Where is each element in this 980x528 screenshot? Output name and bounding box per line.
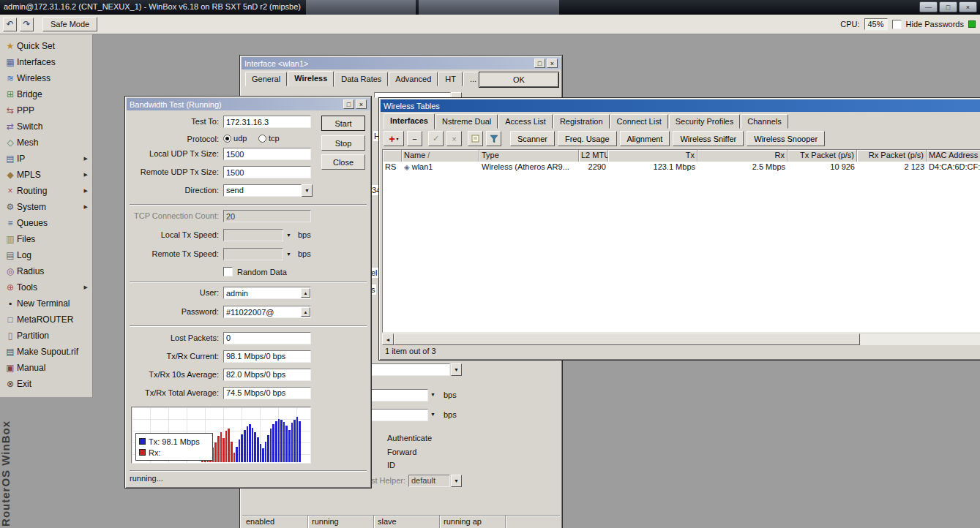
wt-action-freq-usage[interactable]: Freq. Usage <box>558 131 617 146</box>
close-button[interactable]: Close <box>321 154 365 170</box>
iface-tab-ht[interactable]: HT <box>438 72 463 86</box>
sidebar-item-wireless[interactable]: ≋Wireless <box>0 70 92 86</box>
user-input[interactable] <box>223 287 311 299</box>
protocol-tcp-radio[interactable] <box>258 135 266 143</box>
redo-button[interactable]: ↷ <box>20 18 34 31</box>
stop-button[interactable]: Stop <box>321 135 365 151</box>
os-titlebar[interactable]: admin@172.31.16.2 (CNT_NEXUX_1) - WinBox… <box>0 0 980 15</box>
sidebar-item-interfaces[interactable]: ▦Interfaces <box>0 54 92 70</box>
user-spinner-button[interactable]: ▲ <box>301 288 310 298</box>
wt-tab-access-list[interactable]: Access List <box>498 114 553 129</box>
wt-horizontal-scrollbar[interactable]: ◄ <box>382 333 980 345</box>
hide-passwords-checkbox[interactable] <box>892 20 902 29</box>
undo-button[interactable]: ↶ <box>3 18 17 31</box>
enable-button[interactable]: ✓ <box>428 131 444 146</box>
comment-button[interactable] <box>468 131 483 146</box>
iface-close-button[interactable]: × <box>547 59 558 68</box>
direction-dropdown-button[interactable]: ▼ <box>302 184 313 197</box>
scroll-left-button[interactable]: ◄ <box>382 333 394 345</box>
sidebar-item-radius[interactable]: ◎Radius <box>0 263 92 279</box>
sidebar-item-routing[interactable]: ×Routing▶ <box>0 183 92 199</box>
random-data-checkbox[interactable] <box>223 267 233 276</box>
iface-tab-data-rates[interactable]: Data Rates <box>334 72 388 86</box>
filter-button[interactable] <box>486 131 501 146</box>
multicast-helper-select[interactable]: default <box>408 475 450 487</box>
direction-select[interactable]: send <box>223 184 302 197</box>
local-udp-tx-size-input[interactable] <box>223 148 311 160</box>
sidebar-item-new-terminal[interactable]: ▪New Terminal <box>0 295 92 312</box>
wt-action-wireless-snooper[interactable]: Wireless Snooper <box>747 131 825 146</box>
unit-dropdown-icon[interactable]: ▼ <box>430 392 435 397</box>
sidebar-item-manual[interactable]: ▣Manual <box>0 360 92 376</box>
iface-titlebar[interactable]: Interface <wlan1> □ × <box>242 57 561 69</box>
remove-button[interactable]: − <box>407 131 422 146</box>
wt-row[interactable]: RS◈wlan1Wireless (Atheros AR9...2290123.… <box>383 162 980 173</box>
column-header-type[interactable]: Type <box>479 150 579 162</box>
sidebar-item-ip[interactable]: ▤IP▶ <box>0 151 92 167</box>
column-header-name[interactable]: Name/ <box>402 150 479 162</box>
column-header-tx[interactable]: Tx <box>608 150 697 162</box>
sidebar-item-switch[interactable]: ⇄Switch <box>0 118 92 135</box>
unit-dropdown-icon[interactable]: ▼ <box>430 412 435 417</box>
sidebar-item-system[interactable]: ⚙System▶ <box>0 199 92 215</box>
sidebar-item-bridge[interactable]: ⊞Bridge <box>0 86 92 102</box>
sidebar-item-files[interactable]: ▥Files <box>0 231 92 247</box>
iface-restore-button[interactable]: □ <box>534 59 545 68</box>
unit-dropdown-icon[interactable]: ▼ <box>286 252 291 257</box>
multicast-helper-dropdown-button[interactable]: ▼ <box>451 475 462 487</box>
plus-icon: + <box>389 135 394 143</box>
wt-titlebar[interactable]: Wireless Tables <box>381 99 980 112</box>
unit-dropdown-icon[interactable]: ▼ <box>286 233 291 238</box>
disable-button[interactable]: × <box>446 131 462 146</box>
password-input[interactable] <box>223 306 311 318</box>
remote-tx-speed-input[interactable] <box>223 248 283 260</box>
wt-tab-interfaces[interactable]: Interfaces <box>384 113 435 129</box>
sidebar-item-quick-set[interactable]: ★Quick Set <box>0 38 92 54</box>
test-to-input[interactable] <box>223 116 311 128</box>
wt-tab-security-profiles[interactable]: Security Profiles <box>669 114 740 129</box>
bt-titlebar[interactable]: Bandwidth Test (Running) □ × <box>127 98 370 110</box>
password-spinner-button[interactable]: ▲ <box>301 307 310 317</box>
sidebar-item-mpls[interactable]: ◆MPLS▶ <box>0 167 92 183</box>
sidebar-item-queues[interactable]: ≡Queues <box>0 215 92 231</box>
close-button[interactable]: × <box>959 1 977 12</box>
scrollbar-track[interactable] <box>860 333 980 345</box>
ok-button[interactable]: OK <box>479 72 559 88</box>
bt-close-button[interactable]: × <box>356 99 367 109</box>
minimize-button[interactable]: — <box>919 1 938 12</box>
sidebar-item-log[interactable]: ▤Log <box>0 247 92 263</box>
column-header-flags[interactable] <box>383 150 402 162</box>
sidebar-item-partition[interactable]: ▯Partition <box>0 328 92 344</box>
wt-action-scanner[interactable]: Scanner <box>510 131 555 146</box>
scrollbar-thumb[interactable] <box>394 333 860 345</box>
sidebar-item-ppp[interactable]: ⇆PPP <box>0 102 92 118</box>
wt-action-alignment[interactable]: Alignment <box>620 131 670 146</box>
protocol-udp-radio[interactable] <box>223 135 231 143</box>
column-header-l2-mtu[interactable]: L2 MTU <box>579 150 608 162</box>
remote-udp-tx-size-input[interactable] <box>223 166 311 178</box>
local-tx-speed-input[interactable] <box>223 229 283 241</box>
sidebar-item-make-supout-rif[interactable]: ▤Make Supout.rif <box>0 344 92 360</box>
safe-mode-button[interactable]: Safe Mode <box>42 17 97 31</box>
iface-tab-advanced[interactable]: Advanced <box>389 72 438 86</box>
column-header-rx[interactable]: Rx <box>697 150 788 162</box>
sidebar-item-mesh[interactable]: ◇Mesh <box>0 135 92 151</box>
column-header-tx-packet-p-s[interactable]: Tx Packet (p/s) <box>788 150 857 162</box>
iface-combo-dropdown-button[interactable]: ▼ <box>451 363 462 376</box>
iface-tab-general[interactable]: General <box>245 72 287 86</box>
start-button[interactable]: Start <box>321 116 365 131</box>
wt-action-wireless-sniffer[interactable]: Wireless Sniffer <box>673 131 744 146</box>
wt-tab-registration[interactable]: Registration <box>553 114 610 129</box>
column-header-rx-packet-p-s[interactable]: Rx Packet (p/s) <box>857 150 927 162</box>
wt-tab-connect-list[interactable]: Connect List <box>610 114 668 129</box>
sidebar-item-tools[interactable]: ⊕Tools▶ <box>0 279 92 295</box>
column-header-mac-address[interactable]: MAC Address <box>927 150 980 162</box>
maximize-button[interactable]: □ <box>939 1 957 12</box>
bt-restore-button[interactable]: □ <box>343 99 354 109</box>
wt-tab-nstreme-dual[interactable]: Nstreme Dual <box>435 114 498 129</box>
iface-tab-wireless[interactable]: Wireless <box>288 71 334 87</box>
add-button[interactable]: +▾ <box>384 131 404 146</box>
sidebar-item-exit[interactable]: ⊗Exit <box>0 376 92 392</box>
wt-tab-channels[interactable]: Channels <box>741 114 788 129</box>
sidebar-item-metarouter[interactable]: □MetaROUTER <box>0 312 92 328</box>
